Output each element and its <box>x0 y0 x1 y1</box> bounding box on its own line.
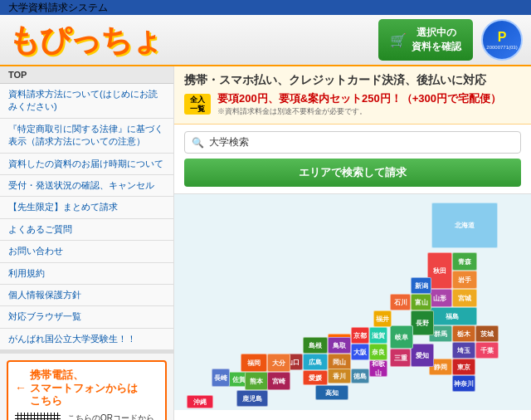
header: もぴっちょ 🛒 選択中の資料を確認 P 20000771(03) <box>0 15 531 66</box>
search-icon: 🔍 <box>192 137 204 149</box>
region-福岡[interactable]: 福岡 <box>241 354 267 372</box>
menu-link-3[interactable]: 受付・発送状況の確認、キャンセル <box>0 175 173 196</box>
menu-link-5[interactable]: よくあるご質問 <box>0 219 173 240</box>
logo-area: もぴっちょ <box>8 24 378 56</box>
header-right: 🛒 選択中の資料を確認 P 20000771(03) <box>378 19 523 61</box>
menu-link-2[interactable]: 資料したの資料のお届け時期について <box>0 154 173 174</box>
japan-map: 北海道青森岩手秋田山形宮城福島石川富山新潟栃木群馬茨城埼玉千葉東京神奈川長野静岡… <box>174 194 531 410</box>
price-text: 要項200円、要項&案内セット250円！（+300円で宅配便） <box>217 92 501 105</box>
region-岐阜[interactable]: 岐阜 <box>390 325 413 349</box>
p-mark: P <box>498 30 507 45</box>
region-千葉[interactable]: 千葉 <box>475 342 499 359</box>
price-badge: 全入一覧 <box>184 94 211 115</box>
qr-inner <box>15 413 61 420</box>
region-長野[interactable]: 長野 <box>411 310 434 335</box>
list-item[interactable]: よくあるご質問 <box>0 219 173 241</box>
region-大阪[interactable]: 大阪 <box>351 344 369 360</box>
menu-link-6[interactable]: お問い合わせ <box>0 241 173 261</box>
search-section: 🔍 大学検索 エリアで検索して請求 <box>174 125 531 194</box>
list-item[interactable]: 利用規約 <box>0 263 173 285</box>
region-島根[interactable]: 島根 <box>303 337 328 354</box>
region-広島[interactable]: 広島 <box>303 354 328 370</box>
header-top-bar: 大学資料請求システム <box>0 0 531 15</box>
logo: もぴっちょ <box>8 24 378 56</box>
main-container: TOP 資料請求方法について(はじめにお読みください) 『特定商取引に関する法律… <box>0 66 531 420</box>
region-徳島[interactable]: 徳島 <box>351 369 369 383</box>
region-三重[interactable]: 三重 <box>390 349 411 367</box>
area-search-button[interactable]: エリアで検索して請求 <box>184 159 521 187</box>
mobile-title: 携帯電話、スマートフォンからはこちら <box>30 369 138 408</box>
list-item[interactable]: 『特定商取引に関する法律』に基づく表示（請求方法についての注意） <box>0 119 173 154</box>
content-area: 携帯・スマホ払い、クレジットカード決済、後払いに対応 全入一覧 要項200円、要… <box>174 66 531 420</box>
region-青森[interactable]: 青森 <box>452 252 477 271</box>
region-宮崎[interactable]: 宮崎 <box>267 372 290 390</box>
region-京都[interactable]: 京都 <box>351 327 369 344</box>
region-東京[interactable]: 東京 <box>452 359 475 375</box>
region-愛媛[interactable]: 愛媛 <box>303 370 328 385</box>
region-岩手[interactable]: 岩手 <box>452 271 477 289</box>
mobile-arrow-icon: ← <box>15 381 27 394</box>
list-item[interactable]: 個人情報保護方針 <box>0 285 173 306</box>
sidebar-top: TOP <box>0 66 173 84</box>
menu-link-0[interactable]: 資料請求方法について(はじめにお読みください) <box>0 84 173 118</box>
region-富山[interactable]: 富山 <box>411 294 431 310</box>
region-岡山[interactable]: 岡山 <box>328 354 351 370</box>
list-item[interactable]: がんばれ国公立大学受験生！！ <box>0 329 173 350</box>
list-item[interactable]: 【先生限定】まとめて請求 <box>0 197 173 218</box>
cart-icon: 🛒 <box>390 32 407 48</box>
region-埼玉[interactable]: 埼玉 <box>452 342 475 359</box>
region-新潟[interactable]: 新潟 <box>411 277 431 294</box>
mobile-header: ← 携帯電話、スマートフォンからはこちら <box>15 369 158 408</box>
region-宮城[interactable]: 宮城 <box>452 289 477 307</box>
top-bar-text: 大学資料請求システム <box>8 1 108 15</box>
confirm-button-label: 選択中の資料を確認 <box>412 26 461 54</box>
region-高知[interactable]: 高知 <box>315 385 348 400</box>
region-福井[interactable]: 福井 <box>373 310 392 327</box>
qr-description: こちらのQRコードから携帯電話、スマートフォンでアクセスすると、料金を携帯払いで… <box>67 413 158 420</box>
region-鳥取[interactable]: 鳥取 <box>328 337 351 354</box>
sidebar-mobile: ← 携帯電話、スマートフォンからはこちら こちらのQRコードから携帯電話、スマー… <box>7 360 167 420</box>
list-item[interactable]: 受付・発送状況の確認、キャンセル <box>0 175 173 197</box>
region-鹿児島[interactable]: 鹿児島 <box>236 390 268 407</box>
qr-area: こちらのQRコードから携帯電話、スマートフォンでアクセスすると、料金を携帯払いで… <box>15 413 158 420</box>
menu-link-4[interactable]: 【先生限定】まとめて請求 <box>0 197 173 217</box>
privacy-number: 20000771(03) <box>486 45 517 50</box>
list-item[interactable]: 資料請求方法について(はじめにお読みください) <box>0 84 173 119</box>
list-item[interactable]: 資料したの資料のお届け時期について <box>0 154 173 175</box>
sidebar: TOP 資料請求方法について(はじめにお読みください) 『特定商取引に関する法律… <box>0 66 174 420</box>
region-沖縄[interactable]: 沖縄 <box>187 395 213 408</box>
region-香川[interactable]: 香川 <box>328 369 351 383</box>
price-note: ※資料請求料金は別途不要料金が必要です。 <box>217 106 501 117</box>
menu-link-9[interactable]: 対応ブラウザ一覧 <box>0 306 173 327</box>
region-長崎[interactable]: 長崎 <box>212 369 230 387</box>
sidebar-menu: 資料請求方法について(はじめにお読みください) 『特定商取引に関する法律』に基づ… <box>0 84 173 350</box>
region-大分[interactable]: 大分 <box>267 354 290 372</box>
region-熊本[interactable]: 熊本 <box>245 372 268 390</box>
region-神奈川[interactable]: 神奈川 <box>452 375 475 392</box>
menu-link-10[interactable]: がんばれ国公立大学受験生！！ <box>0 329 173 349</box>
menu-link-7[interactable]: 利用規約 <box>0 263 173 284</box>
sidebar-divider <box>0 350 173 354</box>
privacy-badge: P 20000771(03) <box>481 19 523 61</box>
promo-title: 携帯・スマホ払い、クレジットカード決済、後払いに対応 <box>184 73 521 88</box>
list-item[interactable]: 対応ブラウザ一覧 <box>0 306 173 328</box>
region-滋賀[interactable]: 滋賀 <box>369 327 387 344</box>
region-愛知[interactable]: 愛知 <box>411 344 434 367</box>
region-茨城[interactable]: 茨城 <box>475 325 499 342</box>
menu-link-8[interactable]: 個人情報保護方針 <box>0 285 173 305</box>
region-栃木[interactable]: 栃木 <box>452 325 475 342</box>
confirm-button[interactable]: 🛒 選択中の資料を確認 <box>378 19 473 61</box>
region-福島[interactable]: 福島 <box>427 307 477 325</box>
promo-banner: 携帯・スマホ払い、クレジットカード決済、後払いに対応 全入一覧 要項200円、要… <box>174 66 531 125</box>
qr-code <box>15 413 61 420</box>
list-item[interactable]: お問い合わせ <box>0 241 173 262</box>
region-奈良[interactable]: 奈良 <box>369 344 387 360</box>
menu-link-1[interactable]: 『特定商取引に関する法律』に基づく表示（請求方法についての注意） <box>0 119 173 153</box>
region-石川[interactable]: 石川 <box>390 294 411 310</box>
promo-price-row: 全入一覧 要項200円、要項&案内セット250円！（+300円で宅配便） ※資料… <box>184 91 521 117</box>
search-bar[interactable]: 🔍 大学検索 <box>184 131 521 154</box>
region-和歌山[interactable]: 和歌山 <box>369 360 387 377</box>
search-label: 大学検索 <box>209 135 249 149</box>
region-北海道[interactable]: 北海道 <box>431 203 498 248</box>
